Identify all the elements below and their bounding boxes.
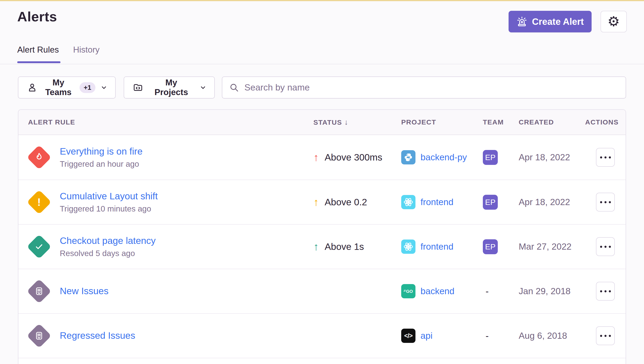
alert-rule-link[interactable]: Checkout page latency (60, 236, 313, 246)
team-avatar[interactable]: EP (483, 150, 498, 165)
table-row: ! Cumulative Layout shift Triggered 10 m… (18, 180, 626, 224)
my-teams-label: My Teams (42, 78, 75, 97)
project-link[interactable]: api (420, 331, 433, 341)
team-cell: EP (483, 239, 519, 254)
teams-count-badge: +1 (80, 82, 95, 93)
create-alert-button[interactable]: Create Alert (509, 11, 592, 32)
actions-cell (585, 148, 626, 167)
actions-cell (585, 193, 626, 212)
fire-icon (34, 152, 44, 162)
table-row: Regressed Issues </> api - Aug 6, 2018 (18, 313, 626, 358)
my-projects-label: My Projects (148, 78, 194, 97)
team-cell: EP (483, 150, 519, 165)
project-cell: backend-py (401, 150, 483, 164)
my-teams-filter[interactable]: My Teams +1 (18, 76, 116, 98)
project-link[interactable]: frontend (420, 197, 453, 207)
column-header-project[interactable]: PROJECT (401, 118, 483, 126)
issues-icon (34, 331, 44, 340)
team-avatar[interactable]: EP (483, 239, 498, 254)
alert-rule-status-text: Triggered an hour ago (60, 160, 313, 168)
person-icon (27, 82, 37, 92)
check-icon (34, 242, 44, 252)
alert-rules-table: ALERT RULE STATUS↓ PROJECT TEAM CREATED … (18, 109, 626, 364)
project-cell: GO backend (401, 284, 483, 298)
ellipsis-icon (600, 335, 602, 337)
status-cell: ↑ Above 0.2 (313, 197, 401, 208)
project-link[interactable]: backend-py (420, 152, 467, 162)
column-header-actions: ACTIONS (585, 118, 626, 126)
trend-up-icon: ↑ (313, 241, 319, 252)
actions-cell (585, 326, 626, 345)
search-input[interactable] (244, 82, 619, 92)
python-platform-icon (401, 150, 415, 164)
top-accent-strip (0, 0, 644, 1)
resolved-diamond-icon (27, 235, 51, 258)
issues-icon (34, 286, 44, 296)
search-icon (229, 83, 239, 92)
chevron-down-icon (100, 84, 107, 91)
alert-rule-cell: New Issues (18, 269, 313, 313)
tab-alert-rules[interactable]: Alert Rules (17, 45, 59, 55)
column-header-created[interactable]: CREATED (519, 118, 585, 126)
code-platform-icon: </> (401, 329, 415, 343)
status-cell: ↑ Above 300ms (313, 152, 401, 163)
sort-desc-icon: ↓ (344, 118, 349, 126)
row-actions-button[interactable] (596, 193, 615, 212)
page-title: Alerts (17, 9, 57, 24)
gear-icon: ⚙ (607, 15, 620, 28)
status-cell: ↑ Above 1s (313, 241, 401, 252)
search-field[interactable] (222, 76, 626, 98)
alert-rule-link[interactable]: New Issues (60, 286, 313, 296)
alert-rule-cell: Regressed Issues (18, 314, 313, 358)
create-alert-label: Create Alert (532, 16, 584, 27)
team-cell: EP (483, 195, 519, 210)
team-none: - (483, 286, 519, 296)
critical-diamond-icon (27, 145, 51, 169)
my-projects-filter[interactable]: My Projects (124, 76, 215, 98)
ellipsis-icon (600, 246, 602, 248)
active-tab-underline (17, 61, 61, 63)
status-value: Above 0.2 (325, 197, 367, 208)
project-cell: frontend (401, 240, 483, 254)
row-actions-button[interactable] (596, 148, 615, 167)
filter-bar: My Teams +1 My Projects (18, 76, 626, 98)
trend-up-icon: ↑ (313, 152, 319, 162)
react-platform-icon (401, 240, 415, 254)
created-cell: Apr 18, 2022 (519, 197, 585, 207)
row-actions-button[interactable] (596, 237, 615, 256)
go-platform-icon: GO (401, 284, 415, 298)
trend-up-icon: ↑ (313, 197, 319, 208)
column-header-status[interactable]: STATUS↓ (313, 118, 401, 126)
team-cell: - (483, 331, 519, 341)
issue-diamond-icon (27, 279, 51, 303)
issue-diamond-icon (27, 324, 51, 348)
react-platform-icon (401, 195, 415, 209)
table-row-partial (18, 358, 626, 364)
team-avatar[interactable]: EP (483, 195, 498, 210)
alert-rule-cell: Everything is on fire Triggered an hour … (18, 135, 313, 180)
alert-rule-link[interactable]: Everything is on fire (60, 146, 313, 157)
row-actions-button[interactable] (596, 282, 615, 300)
status-value: Above 1s (325, 241, 364, 252)
project-link[interactable]: frontend (420, 242, 453, 252)
status-value: Above 300ms (325, 152, 382, 163)
tab-history[interactable]: History (73, 45, 100, 55)
table-header-row: ALERT RULE STATUS↓ PROJECT TEAM CREATED … (18, 110, 626, 135)
alert-rule-link[interactable]: Cumulative Layout shift (60, 191, 313, 202)
team-none: - (483, 331, 519, 341)
created-cell: Apr 18, 2022 (519, 152, 585, 162)
table-row: New Issues GO backend - Jan 29, 2018 (18, 269, 626, 313)
alert-rule-status-text: Resolved 5 days ago (60, 249, 313, 258)
alert-rule-status-text: Triggered 10 minutes ago (60, 204, 313, 213)
alert-rule-link[interactable]: Regressed Issues (60, 330, 313, 341)
actions-cell (585, 237, 626, 256)
column-header-team[interactable]: TEAM (483, 118, 519, 126)
column-header-alert-rule[interactable]: ALERT RULE (18, 118, 313, 126)
settings-button[interactable]: ⚙ (600, 11, 627, 32)
created-cell: Aug 6, 2018 (519, 331, 585, 341)
table-row: Everything is on fire Triggered an hour … (18, 135, 626, 180)
row-actions-button[interactable] (596, 326, 615, 345)
warning-diamond-icon: ! (27, 190, 51, 214)
project-link[interactable]: backend (420, 286, 454, 296)
created-cell: Jan 29, 2018 (519, 286, 585, 296)
